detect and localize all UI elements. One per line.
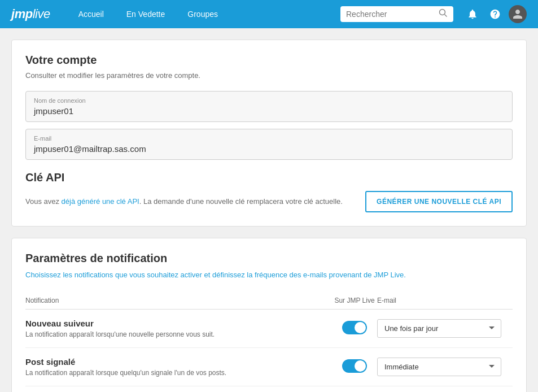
notif-desc-nouveau-suiveur: La notification apparaît lorsqu'une nouv…: [25, 330, 332, 338]
svg-point-0: [440, 10, 445, 15]
api-title: Clé API: [25, 171, 513, 184]
search-container: [340, 6, 453, 22]
notif-info-nouveau-suiveur: Nouveau suiveur La notification apparaît…: [25, 309, 332, 347]
email-field: E-mail jmpuser01@mailtrap.sas.com: [25, 129, 513, 160]
username-value: jmpuser01: [34, 106, 504, 116]
table-row: Nouveau suiveur La notification apparaît…: [25, 309, 513, 347]
notif-name-post-signale: Post signalé: [25, 357, 332, 367]
account-subtitle: Consulter et modifier les paramètres de …: [25, 71, 513, 80]
generate-api-key-button[interactable]: GÉNÉRER UNE NOUVELLE CLÉ API: [365, 191, 513, 212]
account-card: Votre compte Consulter et modifier les p…: [11, 40, 527, 227]
svg-line-1: [445, 15, 447, 17]
notification-title: Paramètres de notification: [25, 252, 513, 265]
username-label: Nom de connexion: [34, 97, 504, 104]
logo[interactable]: jmplive: [11, 7, 50, 21]
email-label: E-mail: [34, 135, 504, 142]
header: jmplive Accueil En Vedette Groupes: [0, 0, 538, 28]
email-select-post-signale[interactable]: Immédiate Une fois par jour Jamais: [377, 358, 501, 376]
nav: Accueil En Vedette Groupes: [67, 0, 340, 28]
toggle-nouveau-suiveur[interactable]: [342, 321, 367, 334]
nav-accueil[interactable]: Accueil: [67, 0, 115, 28]
notification-card: Paramètres de notification Choisissez le…: [11, 238, 527, 392]
col-notification: Notification: [25, 292, 332, 310]
api-text-link[interactable]: déjà généré une clé API: [62, 197, 139, 206]
toggle-cell-post-signale: [332, 347, 377, 386]
col-email: E-mail: [377, 292, 513, 310]
notifications-icon[interactable]: [463, 5, 482, 23]
nav-groupes[interactable]: Groupes: [176, 0, 229, 28]
notification-table: Notification Sur JMP Live E-mail Nouveau…: [25, 292, 513, 386]
email-select-nouveau-suiveur[interactable]: Immédiate Une fois par jour Jamais: [377, 319, 501, 338]
notif-desc-post-signale: La notification apparaît lorsque quelqu'…: [25, 369, 332, 377]
col-jmp-live: Sur JMP Live: [332, 292, 377, 310]
main-content: Votre compte Consulter et modifier les p…: [0, 28, 538, 392]
email-cell-post-signale: Immédiate Une fois par jour Jamais: [377, 347, 513, 386]
toggle-cell-nouveau-suiveur: [332, 309, 377, 347]
logo-text: jmplive: [11, 7, 50, 21]
header-icons: [463, 5, 527, 23]
search-input[interactable]: [346, 10, 434, 19]
api-text-part1: Vous avez: [25, 197, 62, 206]
nav-en-vedette[interactable]: En Vedette: [115, 0, 177, 28]
toggle-post-signale[interactable]: [342, 359, 367, 373]
help-icon[interactable]: [486, 5, 504, 23]
api-text: Vous avez déjà généré une clé API. La de…: [25, 196, 354, 207]
email-cell-nouveau-suiveur: Immédiate Une fois par jour Jamais: [377, 309, 513, 347]
toggle-thumb: [355, 360, 366, 372]
notification-subtitle: Choisissez les notifications que vous so…: [25, 269, 513, 281]
email-value: jmpuser01@mailtrap.sas.com: [34, 144, 504, 154]
table-row: Post signalé La notification apparaît lo…: [25, 347, 513, 386]
username-field: Nom de connexion jmpuser01: [25, 91, 513, 122]
search-icon[interactable]: [439, 8, 448, 20]
toggle-thumb: [355, 322, 366, 333]
api-text-part2: . La demande d'une nouvelle clé remplace…: [139, 197, 343, 206]
account-title: Votre compte: [25, 54, 513, 67]
api-body: Vous avez déjà généré une clé API. La de…: [25, 191, 513, 212]
notif-name-nouveau-suiveur: Nouveau suiveur: [25, 319, 332, 328]
user-avatar[interactable]: [509, 5, 527, 23]
api-section: Clé API Vous avez déjà généré une clé AP…: [25, 171, 513, 212]
notif-info-post-signale: Post signalé La notification apparaît lo…: [25, 347, 332, 386]
